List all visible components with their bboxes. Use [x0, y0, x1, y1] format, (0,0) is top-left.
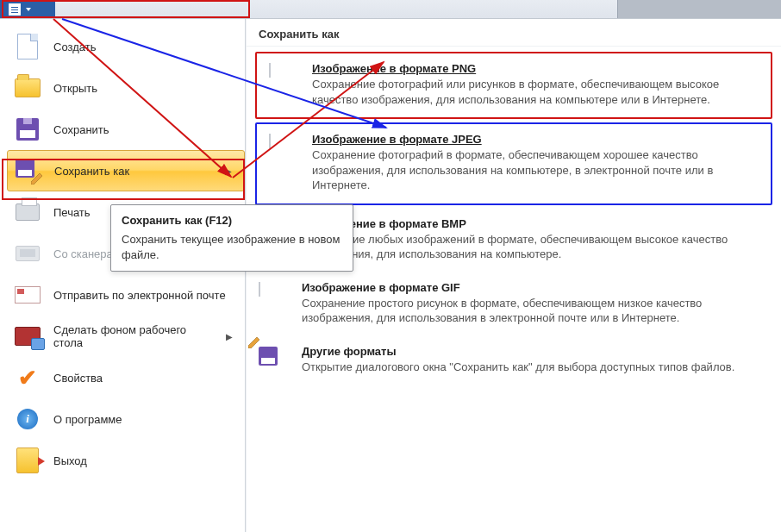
gif-icon: [259, 283, 290, 314]
format-jpeg[interactable]: Изображение в формате JPEG Сохранение фо…: [255, 122, 772, 205]
format-gif[interactable]: Изображение в формате GIF Сохранение про…: [247, 272, 781, 336]
format-other[interactable]: Другие форматы Открытие диалогового окна…: [247, 336, 781, 388]
tooltip-title: Сохранить как (F12): [122, 214, 342, 227]
save-as-panel: Сохранить как Изображение в формате PNG …: [246, 19, 781, 532]
format-gif-title: Изображение в формате GIF: [302, 281, 769, 294]
format-other-desc: Открытие диалогового окна "Сохранить как…: [302, 360, 734, 375]
floppy-icon: [14, 116, 41, 143]
app-menu-button[interactable]: [0, 0, 55, 18]
menu-about[interactable]: i О программе: [7, 398, 245, 440]
format-gif-desc: Сохранение простого рисунок в формате, о…: [302, 296, 769, 326]
format-png[interactable]: Изображение в формате PNG Сохранение фот…: [255, 52, 772, 119]
format-png-desc: Сохранение фотографий или рисунков в фор…: [312, 77, 759, 107]
format-jpeg-desc: Сохранение фотографий в формате, обеспеч…: [312, 147, 759, 193]
title-bar-right: [617, 0, 781, 18]
format-bmp-desc: Сохранение любых изображений в формате, …: [302, 232, 769, 262]
chevron-right-icon: ▶: [226, 332, 233, 341]
menu-save-as-label: Сохранить как: [54, 165, 129, 178]
chevron-down-icon: [26, 8, 31, 11]
menu-open[interactable]: Открыть: [7, 67, 245, 109]
menu-save-as[interactable]: Сохранить как ▶: [7, 150, 245, 191]
menu-save[interactable]: Сохранить: [7, 109, 245, 150]
menu-print-label: Печать: [53, 206, 91, 219]
title-bar: [0, 0, 781, 19]
menu-properties[interactable]: ✔ Свойства: [7, 357, 245, 398]
svg-marker-0: [31, 173, 42, 185]
format-jpeg-title: Изображение в формате JPEG: [312, 133, 759, 146]
save-as-header: Сохранить как: [247, 19, 781, 47]
save-as-icon: [15, 157, 42, 185]
chevron-right-icon: ▶: [225, 166, 232, 176]
menu-about-label: О программе: [53, 413, 122, 426]
svg-marker-1: [248, 337, 259, 348]
menu-properties-label: Свойства: [53, 372, 103, 385]
envelope-icon: [14, 281, 41, 309]
other-formats-icon: [259, 347, 290, 378]
exit-icon: [14, 447, 41, 474]
save-as-formats: Изображение в формате PNG Сохранение фот…: [247, 47, 781, 532]
menu-exit[interactable]: Выход: [7, 440, 245, 481]
png-icon: [269, 64, 300, 95]
new-document-icon: [14, 33, 41, 60]
save-as-tooltip: Сохранить как (F12) Сохранить текущее из…: [110, 204, 353, 272]
checkmark-icon: ✔: [14, 364, 41, 391]
folder-open-icon: [14, 74, 41, 102]
title-bar-spacer: [55, 0, 617, 18]
menu-open-label: Открыть: [53, 82, 97, 95]
printer-icon: [14, 198, 41, 226]
document-icon: [9, 3, 21, 16]
info-icon: i: [14, 405, 41, 433]
file-menu-left: Создать Открыть Сохранить Сохранить как …: [0, 19, 246, 532]
format-bmp-title: Изображение в формате BMP: [302, 217, 769, 230]
scanner-icon: [14, 240, 41, 267]
menu-exit-label: Выход: [53, 454, 87, 467]
menu-create[interactable]: Создать: [7, 26, 245, 67]
jpeg-icon: [269, 135, 300, 166]
tooltip-body: Сохранить текущее изображение в новом фа…: [122, 232, 342, 262]
menu-send-mail[interactable]: Отправить по электронной почте: [7, 274, 245, 316]
desktop-icon: [14, 322, 41, 350]
menu-create-label: Создать: [53, 41, 96, 53]
menu-send-mail-label: Отправить по электронной почте: [53, 289, 226, 302]
menu-save-label: Сохранить: [53, 123, 109, 136]
format-other-title: Другие форматы: [302, 345, 734, 358]
menu-set-desktop[interactable]: Сделать фоном рабочего стола ▶: [7, 316, 245, 357]
format-png-title: Изображение в формате PNG: [312, 62, 759, 75]
menu-set-desktop-label: Сделать фоном рабочего стола: [53, 323, 214, 349]
